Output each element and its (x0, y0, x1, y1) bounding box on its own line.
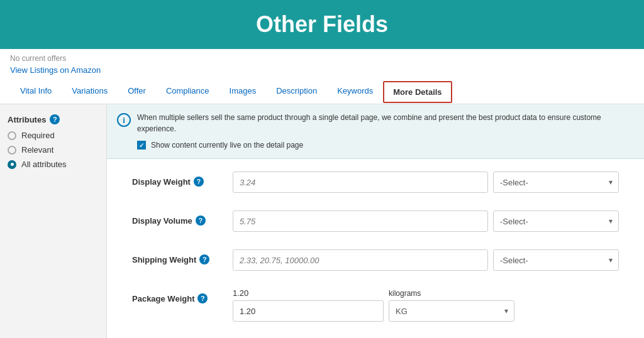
show-content-checkbox[interactable] (137, 141, 146, 150)
package-weight-select-wrapper: KG LB OZ G (389, 300, 514, 322)
package-weight-col: 1.20 kilograms KG LB (233, 288, 514, 322)
form-area: Display Weight ? -Select- KG LB OZ (107, 159, 644, 338)
page-header: Other Fields (0, 0, 644, 49)
tab-vital-info[interactable]: Vital Info (10, 80, 62, 104)
radio-all[interactable] (8, 160, 16, 169)
sidebar-title: Attributes ? (8, 114, 99, 124)
package-weight-inputs: 1.20 kilograms KG LB (233, 288, 619, 322)
top-bar: No current offers View Listings on Amazo… (0, 49, 644, 104)
sidebar-option-relevant[interactable]: Relevant (8, 145, 99, 155)
tab-offer[interactable]: Offer (118, 80, 156, 104)
radio-relevant[interactable] (8, 146, 16, 155)
package-weight-input-row: KG LB OZ G (233, 300, 514, 322)
display-volume-input[interactable] (233, 210, 488, 232)
tab-images[interactable]: Images (219, 80, 267, 104)
all-label: All attributes (21, 160, 67, 169)
shipping-weight-label: Shipping Weight ? (132, 249, 233, 264)
package-weight-unit-label: kilograms (389, 288, 421, 299)
view-listings-link[interactable]: View Listings on Amazon (10, 65, 101, 75)
main-content: Attributes ? Required Relevant All attri… (0, 104, 644, 338)
display-volume-help-icon[interactable]: ? (196, 215, 206, 226)
display-weight-help-icon[interactable]: ? (194, 177, 204, 187)
package-weight-help-icon[interactable]: ? (197, 293, 208, 303)
tab-variations[interactable]: Variations (62, 80, 118, 104)
package-weight-display-value: 1.20 (233, 283, 248, 298)
package-weight-select[interactable]: KG LB OZ G (389, 300, 514, 322)
display-weight-select-wrapper: -Select- KG LB OZ (493, 172, 619, 193)
package-weight-label-row: 1.20 kilograms (233, 288, 514, 298)
info-text: When multiple sellers sell the same prod… (137, 112, 634, 151)
display-volume-row: Display Volume ? -Select- L ML FL OZ (132, 210, 619, 232)
sidebar-option-all[interactable]: All attributes (8, 160, 99, 169)
shipping-weight-row: Shipping Weight ? -Select- KG LB OZ (132, 249, 619, 271)
info-banner: i When multiple sellers sell the same pr… (107, 104, 644, 159)
tab-compliance[interactable]: Compliance (156, 80, 219, 104)
package-weight-row: Package Weight ? 1.20 kilograms (132, 288, 619, 322)
page-title: Other Fields (0, 11, 644, 38)
display-weight-row: Display Weight ? -Select- KG LB OZ (132, 172, 619, 193)
tab-more-details[interactable]: More Details (383, 81, 452, 103)
shipping-weight-inputs: -Select- KG LB OZ (233, 249, 619, 271)
sidebar-option-required[interactable]: Required (8, 131, 99, 140)
no-offers-text: No current offers (10, 54, 634, 63)
info-icon: i (117, 113, 131, 127)
display-volume-select[interactable]: -Select- L ML FL OZ (493, 210, 619, 232)
radio-required[interactable] (8, 131, 16, 140)
display-weight-inputs: -Select- KG LB OZ (233, 172, 619, 193)
relevant-label: Relevant (21, 145, 53, 155)
attributes-help-icon[interactable]: ? (50, 114, 60, 124)
display-weight-label: Display Weight ? (132, 172, 233, 187)
required-label: Required (21, 131, 55, 140)
shipping-weight-help-icon[interactable]: ? (199, 254, 209, 264)
display-weight-select[interactable]: -Select- KG LB OZ (493, 172, 619, 193)
display-weight-input[interactable] (233, 172, 488, 193)
display-volume-inputs: -Select- L ML FL OZ (233, 210, 619, 232)
tab-description[interactable]: Description (266, 80, 327, 104)
content-area: i When multiple sellers sell the same pr… (107, 104, 644, 338)
display-volume-label: Display Volume ? (132, 210, 233, 226)
tab-keywords[interactable]: Keywords (327, 80, 383, 104)
show-content-label: Show content currently live on the detai… (151, 139, 303, 151)
shipping-weight-select-wrapper: -Select- KG LB OZ (493, 249, 619, 271)
shipping-weight-input[interactable] (233, 249, 488, 271)
sidebar: Attributes ? Required Relevant All attri… (0, 104, 107, 338)
attributes-label: Attributes (8, 115, 46, 124)
shipping-weight-select[interactable]: -Select- KG LB OZ (493, 249, 619, 271)
package-weight-label: Package Weight ? (132, 288, 233, 303)
display-volume-select-wrapper: -Select- L ML FL OZ (493, 210, 619, 232)
package-weight-input[interactable] (233, 300, 384, 322)
tab-bar: Vital Info Variations Offer Compliance I… (10, 80, 634, 104)
show-content-row: Show content currently live on the detai… (137, 139, 634, 151)
